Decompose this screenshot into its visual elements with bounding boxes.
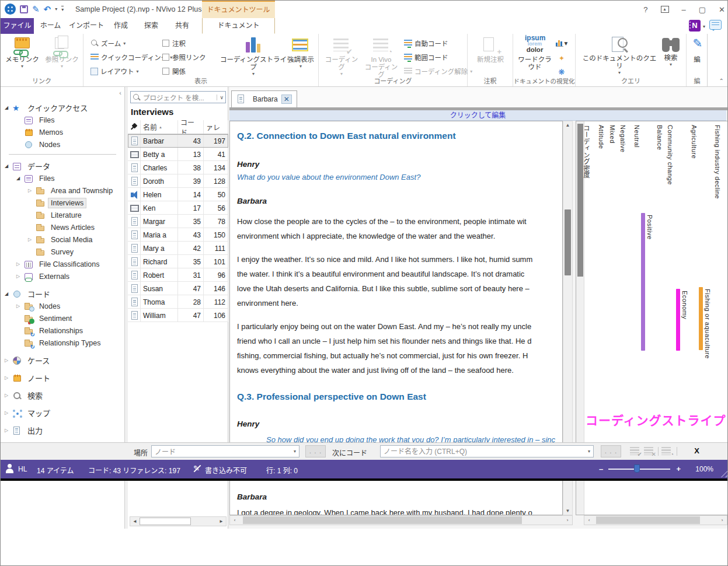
edit-pencil-icon[interactable]: ✎: [32, 5, 40, 13]
sidebar-item[interactable]: Literature: [1, 209, 124, 221]
coding-stripe-label[interactable]: Positive: [646, 215, 653, 240]
tree-expander-icon[interactable]: [5, 163, 12, 169]
list-horizontal-scrollbar[interactable]: ◄ ►: [130, 516, 227, 526]
close-button[interactable]: ✕: [719, 5, 725, 14]
document-tab[interactable]: Barbara ✕: [231, 90, 297, 107]
see-also-link-button[interactable]: 参照リンク ▾: [43, 36, 81, 69]
sidebar-item[interactable]: Files: [1, 114, 124, 126]
tree-expander-icon[interactable]: [5, 375, 12, 380]
browse-location-button[interactable]: . . .: [305, 445, 326, 457]
in-vivo-button[interactable]: ◔: [661, 446, 673, 456]
sidebar-item[interactable]: ケース: [1, 354, 124, 366]
codes-column-header[interactable]: コード: [178, 120, 204, 134]
table-row[interactable]: Maria a 43 150: [128, 228, 228, 242]
sidebar-item[interactable]: Relationships: [1, 324, 124, 337]
query-this-document-button[interactable]: このドキュメントのクエリ ▾: [581, 36, 657, 75]
scroll-left-icon[interactable]: ◄: [130, 519, 140, 524]
combo-caret-icon[interactable]: ▾: [291, 449, 296, 454]
sidebar-item[interactable]: コード: [1, 288, 124, 300]
table-row[interactable]: Helen 14 50: [128, 188, 228, 201]
new-annotation-button[interactable]: + 新規注釈: [471, 36, 510, 64]
table-row[interactable]: Susan 47 146: [128, 282, 228, 295]
zoom-out-button[interactable]: –: [599, 464, 603, 473]
chart-button[interactable]: ▾: [553, 37, 570, 48]
click-to-edit-banner[interactable]: クリックして編集: [229, 110, 726, 121]
word-cloud-button[interactable]: ipsumloremdolor ワードクラウド: [515, 36, 554, 71]
sidebar-item[interactable]: Survey: [1, 246, 124, 258]
ribbon-tab[interactable]: 探索: [136, 18, 166, 34]
maximize-button[interactable]: ▢: [699, 5, 706, 14]
sidebar-item[interactable]: Externals: [1, 270, 124, 282]
find-button[interactable]: 検索 ▾: [657, 36, 684, 67]
quick-coding-button[interactable]: クイックコーディング▾: [90, 51, 172, 63]
scroll-right-icon[interactable]: ›: [717, 518, 727, 523]
coding-stripe[interactable]: [699, 287, 703, 350]
range-code-button[interactable]: 範囲コード: [404, 51, 448, 63]
table-row[interactable]: William 47 106: [128, 309, 228, 322]
zoom-in-button[interactable]: +: [676, 464, 681, 473]
tree-expander-icon[interactable]: [5, 393, 12, 398]
scroll-thumb[interactable]: [243, 516, 522, 524]
location-combo[interactable]: ノード ▾: [151, 445, 299, 457]
tree-expander-icon[interactable]: [16, 176, 24, 181]
stripes-horizontal-scrollbar[interactable]: ‹ ›: [584, 515, 727, 525]
highlight-button[interactable]: 強調表示 ▾: [284, 36, 317, 69]
stripe-column-label[interactable]: Neutral: [633, 125, 640, 148]
zoom-slider[interactable]: – +: [599, 460, 681, 478]
search-dropdown-icon[interactable]: ∨: [217, 95, 224, 100]
ribbon-tab[interactable]: 作成: [106, 18, 136, 34]
stripe-column-label[interactable]: Agriculture: [691, 125, 698, 159]
scroll-thumb[interactable]: [140, 518, 191, 525]
undo-caret-icon[interactable]: ▾: [55, 6, 57, 12]
sidebar-item[interactable]: Interviews: [1, 197, 124, 209]
scroll-left-icon[interactable]: ‹: [230, 518, 239, 523]
table-row[interactable]: Margar 35 78: [128, 215, 228, 228]
stripe-column-label[interactable]: Mixed: [609, 125, 616, 144]
code-button[interactable]: ✔ コーディング ▾: [322, 36, 361, 76]
project-search-box[interactable]: プロジェクト を検... ∨: [130, 91, 226, 103]
edit-button[interactable]: ✎ 編: [688, 36, 706, 64]
coding-stripe-label[interactable]: Economy: [681, 291, 688, 319]
stripe-column-label[interactable]: Fishing industry decline: [714, 125, 721, 199]
explore-diagram-button[interactable]: ✦: [553, 53, 570, 64]
table-row[interactable]: Robert 31 96: [128, 268, 228, 282]
table-row[interactable]: Doroth 39 128: [128, 174, 228, 188]
pin-column-header[interactable]: [128, 120, 141, 134]
name-column-header[interactable]: 名前▲: [141, 120, 178, 134]
sidebar-item[interactable]: Relationship Types: [1, 337, 124, 349]
sidebar-item[interactable]: データ: [1, 160, 124, 172]
sidebar-item[interactable]: Memos: [1, 126, 124, 138]
view-checkbox-row[interactable]: 関係: [162, 66, 206, 76]
view-checkbox-row[interactable]: 参照リンク: [162, 52, 206, 62]
sidebar-item[interactable]: クイックアクセス: [1, 102, 124, 114]
close-tab-icon[interactable]: ✕: [281, 95, 292, 104]
scroll-down-icon[interactable]: ▼: [563, 508, 572, 513]
checkbox[interactable]: [162, 40, 169, 47]
undo-icon[interactable]: ↶: [44, 5, 51, 13]
table-row[interactable]: Mary a 42 111: [128, 242, 228, 255]
ribbon-tab[interactable]: ホーム: [34, 18, 67, 34]
tree-expander-icon[interactable]: [5, 358, 12, 363]
sidebar-item[interactable]: 出力: [1, 424, 124, 436]
tree-expander-icon[interactable]: [28, 188, 36, 193]
sidebar-item[interactable]: Social Media: [1, 233, 124, 246]
sidebar-item[interactable]: マップ: [1, 407, 124, 419]
zoom-thumb-icon[interactable]: [634, 464, 640, 473]
coding-stripes-button[interactable]: コーディングストライプ ▾: [219, 36, 288, 76]
ribbon-tab[interactable]: 共有: [166, 18, 198, 34]
scroll-right-icon[interactable]: ›: [563, 518, 572, 523]
tree-expander-icon[interactable]: [5, 105, 12, 110]
table-row[interactable]: Richard 35 101: [128, 255, 228, 268]
scroll-right-icon[interactable]: ►: [217, 519, 226, 524]
uncode-button[interactable]: コーディング解除▾: [404, 65, 472, 77]
ribbon-display-options-button[interactable]: ▴: [661, 6, 669, 13]
sidebar-item[interactable]: News Articles: [1, 221, 124, 233]
table-row[interactable]: Barbar 43 197: [128, 134, 228, 148]
browse-node-button[interactable]: . . .: [601, 445, 621, 457]
resize-grip[interactable]: [720, 470, 727, 477]
refs-column-header[interactable]: リファレン: [204, 120, 228, 134]
coding-stripe-label[interactable]: Fishing or aquaculture: [704, 289, 711, 359]
stripe-column-label[interactable]: Community change: [667, 125, 674, 185]
tree-expander-icon[interactable]: [5, 291, 12, 296]
onenote-badge-icon[interactable]: N: [689, 20, 701, 32]
